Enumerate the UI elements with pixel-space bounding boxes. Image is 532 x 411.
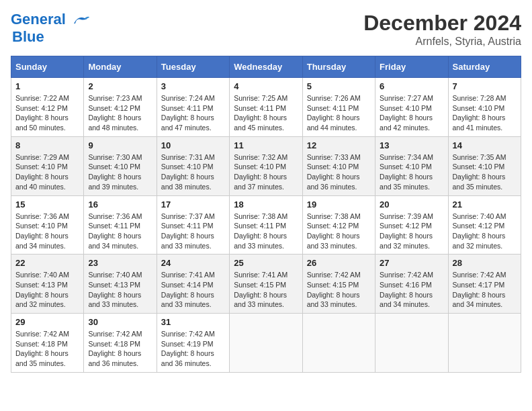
- day-info: Sunrise: 7:36 AMSunset: 4:11 PMDaylight:…: [88, 212, 152, 251]
- day-info: Sunrise: 7:42 AMSunset: 4:16 PMDaylight:…: [380, 270, 443, 310]
- table-row: 1Sunrise: 7:22 AMSunset: 4:12 PMDaylight…: [11, 78, 84, 137]
- day-info: Sunrise: 7:29 AMSunset: 4:10 PMDaylight:…: [15, 152, 79, 192]
- day-info: Sunrise: 7:40 AMSunset: 4:13 PMDaylight:…: [15, 270, 79, 310]
- table-row: 11Sunrise: 7:32 AMSunset: 4:10 PMDayligh…: [230, 136, 302, 195]
- day-info: Sunrise: 7:33 AMSunset: 4:10 PMDaylight:…: [307, 152, 371, 192]
- day-info: Sunrise: 7:34 AMSunset: 4:10 PMDaylight:…: [380, 152, 443, 192]
- table-row: 20Sunrise: 7:39 AMSunset: 4:12 PMDayligh…: [375, 195, 448, 255]
- table-row: 16Sunrise: 7:36 AMSunset: 4:11 PMDayligh…: [84, 195, 157, 255]
- table-row: 15Sunrise: 7:36 AMSunset: 4:10 PMDayligh…: [11, 195, 84, 255]
- day-number: 19: [307, 199, 371, 210]
- day-number: 31: [161, 317, 225, 327]
- day-number: 2: [88, 81, 152, 91]
- logo: General Blue: [11, 11, 90, 46]
- col-wednesday: Wednesday: [230, 56, 302, 78]
- table-row: 13Sunrise: 7:34 AMSunset: 4:10 PMDayligh…: [375, 136, 448, 195]
- logo-text: General: [11, 11, 90, 28]
- day-info: Sunrise: 7:25 AMSunset: 4:11 PMDaylight:…: [234, 93, 298, 133]
- table-row: 2Sunrise: 7:23 AMSunset: 4:12 PMDaylight…: [84, 78, 157, 137]
- logo-bird-icon: [71, 14, 90, 26]
- calendar-week-row: 22Sunrise: 7:40 AMSunset: 4:13 PMDayligh…: [11, 255, 521, 314]
- table-row: 14Sunrise: 7:35 AMSunset: 4:10 PMDayligh…: [448, 136, 521, 195]
- table-row: 7Sunrise: 7:28 AMSunset: 4:10 PMDaylight…: [448, 78, 521, 137]
- table-row: 29Sunrise: 7:42 AMSunset: 4:18 PMDayligh…: [11, 314, 84, 373]
- table-row: 26Sunrise: 7:42 AMSunset: 4:15 PMDayligh…: [302, 255, 375, 314]
- table-row: 18Sunrise: 7:38 AMSunset: 4:11 PMDayligh…: [230, 195, 302, 255]
- day-info: Sunrise: 7:42 AMSunset: 4:17 PMDaylight:…: [453, 270, 517, 310]
- page-header: General Blue December 2024 Arnfels, Styr…: [11, 11, 521, 48]
- table-row: 19Sunrise: 7:38 AMSunset: 4:12 PMDayligh…: [302, 195, 375, 255]
- day-number: 9: [88, 140, 152, 150]
- day-info: Sunrise: 7:42 AMSunset: 4:18 PMDaylight:…: [15, 329, 79, 369]
- table-row: [230, 314, 302, 373]
- table-row: 23Sunrise: 7:40 AMSunset: 4:13 PMDayligh…: [84, 255, 157, 314]
- day-info: Sunrise: 7:40 AMSunset: 4:13 PMDaylight:…: [88, 270, 152, 310]
- day-number: 7: [453, 81, 517, 91]
- day-number: 14: [453, 140, 517, 150]
- calendar-week-row: 15Sunrise: 7:36 AMSunset: 4:10 PMDayligh…: [11, 195, 521, 255]
- day-info: Sunrise: 7:40 AMSunset: 4:12 PMDaylight:…: [453, 212, 517, 251]
- day-info: Sunrise: 7:41 AMSunset: 4:15 PMDaylight:…: [234, 270, 298, 310]
- day-number: 22: [15, 258, 79, 268]
- day-info: Sunrise: 7:37 AMSunset: 4:11 PMDaylight:…: [161, 212, 225, 251]
- col-thursday: Thursday: [302, 56, 375, 78]
- day-info: Sunrise: 7:38 AMSunset: 4:12 PMDaylight:…: [307, 212, 371, 251]
- day-number: 15: [15, 199, 79, 210]
- day-number: 25: [234, 258, 298, 268]
- title-block: December 2024 Arnfels, Styria, Austria: [363, 11, 521, 48]
- table-row: 22Sunrise: 7:40 AMSunset: 4:13 PMDayligh…: [11, 255, 84, 314]
- day-info: Sunrise: 7:42 AMSunset: 4:18 PMDaylight:…: [88, 329, 152, 369]
- day-info: Sunrise: 7:30 AMSunset: 4:10 PMDaylight:…: [88, 152, 152, 192]
- table-row: 17Sunrise: 7:37 AMSunset: 4:11 PMDayligh…: [157, 195, 229, 255]
- day-number: 6: [380, 81, 443, 91]
- table-row: [375, 314, 448, 373]
- calendar-table: Sunday Monday Tuesday Wednesday Thursday…: [11, 56, 521, 373]
- day-info: Sunrise: 7:26 AMSunset: 4:11 PMDaylight:…: [307, 93, 371, 133]
- day-info: Sunrise: 7:36 AMSunset: 4:10 PMDaylight:…: [15, 212, 79, 251]
- day-info: Sunrise: 7:39 AMSunset: 4:12 PMDaylight:…: [380, 212, 443, 251]
- day-number: 26: [307, 258, 371, 268]
- day-number: 21: [453, 199, 517, 210]
- day-info: Sunrise: 7:31 AMSunset: 4:10 PMDaylight:…: [161, 152, 225, 192]
- day-number: 29: [15, 317, 79, 327]
- day-info: Sunrise: 7:38 AMSunset: 4:11 PMDaylight:…: [234, 212, 298, 251]
- day-number: 3: [161, 81, 225, 91]
- day-number: 12: [307, 140, 371, 150]
- day-info: Sunrise: 7:24 AMSunset: 4:11 PMDaylight:…: [161, 93, 225, 133]
- table-row: [302, 314, 375, 373]
- table-row: 5Sunrise: 7:26 AMSunset: 4:11 PMDaylight…: [302, 78, 375, 137]
- day-info: Sunrise: 7:23 AMSunset: 4:12 PMDaylight:…: [88, 93, 152, 133]
- table-row: 30Sunrise: 7:42 AMSunset: 4:18 PMDayligh…: [84, 314, 157, 373]
- day-number: 11: [234, 140, 298, 150]
- col-tuesday: Tuesday: [157, 56, 229, 78]
- table-row: 8Sunrise: 7:29 AMSunset: 4:10 PMDaylight…: [11, 136, 84, 195]
- day-info: Sunrise: 7:42 AMSunset: 4:19 PMDaylight:…: [161, 329, 225, 369]
- day-info: Sunrise: 7:41 AMSunset: 4:14 PMDaylight:…: [161, 270, 225, 310]
- day-number: 23: [88, 258, 152, 268]
- day-number: 27: [380, 258, 443, 268]
- day-number: 4: [234, 81, 298, 91]
- calendar-week-row: 1Sunrise: 7:22 AMSunset: 4:12 PMDaylight…: [11, 78, 521, 137]
- col-sunday: Sunday: [11, 56, 84, 78]
- table-row: 28Sunrise: 7:42 AMSunset: 4:17 PMDayligh…: [448, 255, 521, 314]
- day-number: 20: [380, 199, 443, 210]
- table-row: 6Sunrise: 7:27 AMSunset: 4:10 PMDaylight…: [375, 78, 448, 137]
- col-saturday: Saturday: [448, 56, 521, 78]
- table-row: 25Sunrise: 7:41 AMSunset: 4:15 PMDayligh…: [230, 255, 302, 314]
- table-row: 9Sunrise: 7:30 AMSunset: 4:10 PMDaylight…: [84, 136, 157, 195]
- day-number: 13: [380, 140, 443, 150]
- table-row: 24Sunrise: 7:41 AMSunset: 4:14 PMDayligh…: [157, 255, 229, 314]
- day-number: 24: [161, 258, 225, 268]
- calendar-header-row: Sunday Monday Tuesday Wednesday Thursday…: [11, 56, 521, 78]
- col-friday: Friday: [375, 56, 448, 78]
- day-number: 28: [453, 258, 517, 268]
- table-row: 4Sunrise: 7:25 AMSunset: 4:11 PMDaylight…: [230, 78, 302, 137]
- day-info: Sunrise: 7:42 AMSunset: 4:15 PMDaylight:…: [307, 270, 371, 310]
- day-number: 18: [234, 199, 298, 210]
- table-row: 3Sunrise: 7:24 AMSunset: 4:11 PMDaylight…: [157, 78, 229, 137]
- table-row: [448, 314, 521, 373]
- logo-blue-text: Blue: [12, 28, 44, 45]
- table-row: 21Sunrise: 7:40 AMSunset: 4:12 PMDayligh…: [448, 195, 521, 255]
- day-info: Sunrise: 7:28 AMSunset: 4:10 PMDaylight:…: [453, 93, 517, 133]
- table-row: 12Sunrise: 7:33 AMSunset: 4:10 PMDayligh…: [302, 136, 375, 195]
